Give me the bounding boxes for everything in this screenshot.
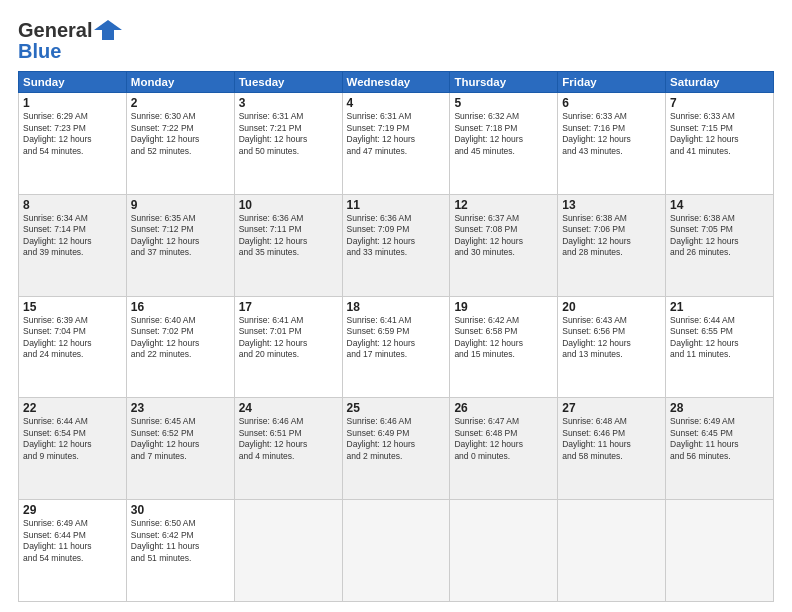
day-info: Sunrise: 6:48 AMSunset: 6:46 PMDaylight:… — [562, 416, 661, 462]
day-number: 11 — [347, 198, 446, 212]
day-info: Sunrise: 6:29 AMSunset: 7:23 PMDaylight:… — [23, 111, 122, 157]
day-cell: 19Sunrise: 6:42 AMSunset: 6:58 PMDayligh… — [450, 296, 558, 398]
day-info: Sunrise: 6:36 AMSunset: 7:11 PMDaylight:… — [239, 213, 338, 259]
logo-general: General — [18, 19, 92, 42]
day-cell: 2Sunrise: 6:30 AMSunset: 7:22 PMDaylight… — [126, 93, 234, 195]
week-row-5: 29Sunrise: 6:49 AMSunset: 6:44 PMDayligh… — [19, 500, 774, 602]
day-info: Sunrise: 6:46 AMSunset: 6:49 PMDaylight:… — [347, 416, 446, 462]
day-number: 2 — [131, 96, 230, 110]
day-number: 14 — [670, 198, 769, 212]
day-info: Sunrise: 6:38 AMSunset: 7:05 PMDaylight:… — [670, 213, 769, 259]
day-cell: 22Sunrise: 6:44 AMSunset: 6:54 PMDayligh… — [19, 398, 127, 500]
week-row-4: 22Sunrise: 6:44 AMSunset: 6:54 PMDayligh… — [19, 398, 774, 500]
day-number: 6 — [562, 96, 661, 110]
day-cell: 16Sunrise: 6:40 AMSunset: 7:02 PMDayligh… — [126, 296, 234, 398]
day-number: 20 — [562, 300, 661, 314]
logo-bird-icon — [94, 16, 122, 44]
day-cell: 17Sunrise: 6:41 AMSunset: 7:01 PMDayligh… — [234, 296, 342, 398]
day-info: Sunrise: 6:49 AMSunset: 6:45 PMDaylight:… — [670, 416, 769, 462]
day-info: Sunrise: 6:47 AMSunset: 6:48 PMDaylight:… — [454, 416, 553, 462]
calendar-table: SundayMondayTuesdayWednesdayThursdayFrid… — [18, 71, 774, 602]
day-cell — [234, 500, 342, 602]
day-info: Sunrise: 6:45 AMSunset: 6:52 PMDaylight:… — [131, 416, 230, 462]
day-cell: 18Sunrise: 6:41 AMSunset: 6:59 PMDayligh… — [342, 296, 450, 398]
day-info: Sunrise: 6:42 AMSunset: 6:58 PMDaylight:… — [454, 315, 553, 361]
day-number: 26 — [454, 401, 553, 415]
logo: General Blue — [18, 16, 122, 63]
weekday-sunday: Sunday — [19, 72, 127, 93]
weekday-tuesday: Tuesday — [234, 72, 342, 93]
day-info: Sunrise: 6:37 AMSunset: 7:08 PMDaylight:… — [454, 213, 553, 259]
day-cell: 29Sunrise: 6:49 AMSunset: 6:44 PMDayligh… — [19, 500, 127, 602]
day-cell: 4Sunrise: 6:31 AMSunset: 7:19 PMDaylight… — [342, 93, 450, 195]
weekday-friday: Friday — [558, 72, 666, 93]
day-cell: 21Sunrise: 6:44 AMSunset: 6:55 PMDayligh… — [666, 296, 774, 398]
day-info: Sunrise: 6:49 AMSunset: 6:44 PMDaylight:… — [23, 518, 122, 564]
day-number: 1 — [23, 96, 122, 110]
day-info: Sunrise: 6:33 AMSunset: 7:15 PMDaylight:… — [670, 111, 769, 157]
day-number: 22 — [23, 401, 122, 415]
day-info: Sunrise: 6:41 AMSunset: 6:59 PMDaylight:… — [347, 315, 446, 361]
day-number: 18 — [347, 300, 446, 314]
day-cell — [342, 500, 450, 602]
day-number: 23 — [131, 401, 230, 415]
day-info: Sunrise: 6:44 AMSunset: 6:54 PMDaylight:… — [23, 416, 122, 462]
day-cell: 3Sunrise: 6:31 AMSunset: 7:21 PMDaylight… — [234, 93, 342, 195]
day-info: Sunrise: 6:44 AMSunset: 6:55 PMDaylight:… — [670, 315, 769, 361]
day-info: Sunrise: 6:32 AMSunset: 7:18 PMDaylight:… — [454, 111, 553, 157]
day-number: 28 — [670, 401, 769, 415]
weekday-header-row: SundayMondayTuesdayWednesdayThursdayFrid… — [19, 72, 774, 93]
day-info: Sunrise: 6:33 AMSunset: 7:16 PMDaylight:… — [562, 111, 661, 157]
weekday-thursday: Thursday — [450, 72, 558, 93]
week-row-3: 15Sunrise: 6:39 AMSunset: 7:04 PMDayligh… — [19, 296, 774, 398]
weekday-wednesday: Wednesday — [342, 72, 450, 93]
day-cell: 10Sunrise: 6:36 AMSunset: 7:11 PMDayligh… — [234, 194, 342, 296]
day-number: 29 — [23, 503, 122, 517]
day-number: 17 — [239, 300, 338, 314]
day-cell: 1Sunrise: 6:29 AMSunset: 7:23 PMDaylight… — [19, 93, 127, 195]
day-info: Sunrise: 6:30 AMSunset: 7:22 PMDaylight:… — [131, 111, 230, 157]
day-cell: 8Sunrise: 6:34 AMSunset: 7:14 PMDaylight… — [19, 194, 127, 296]
day-cell — [450, 500, 558, 602]
svg-marker-0 — [94, 20, 122, 40]
day-cell: 14Sunrise: 6:38 AMSunset: 7:05 PMDayligh… — [666, 194, 774, 296]
weekday-saturday: Saturday — [666, 72, 774, 93]
day-info: Sunrise: 6:38 AMSunset: 7:06 PMDaylight:… — [562, 213, 661, 259]
day-info: Sunrise: 6:40 AMSunset: 7:02 PMDaylight:… — [131, 315, 230, 361]
header: General Blue — [18, 16, 774, 63]
day-info: Sunrise: 6:43 AMSunset: 6:56 PMDaylight:… — [562, 315, 661, 361]
day-info: Sunrise: 6:39 AMSunset: 7:04 PMDaylight:… — [23, 315, 122, 361]
day-number: 30 — [131, 503, 230, 517]
day-info: Sunrise: 6:36 AMSunset: 7:09 PMDaylight:… — [347, 213, 446, 259]
day-cell: 7Sunrise: 6:33 AMSunset: 7:15 PMDaylight… — [666, 93, 774, 195]
day-number: 25 — [347, 401, 446, 415]
day-number: 8 — [23, 198, 122, 212]
day-cell: 28Sunrise: 6:49 AMSunset: 6:45 PMDayligh… — [666, 398, 774, 500]
day-info: Sunrise: 6:31 AMSunset: 7:21 PMDaylight:… — [239, 111, 338, 157]
day-number: 15 — [23, 300, 122, 314]
day-cell: 6Sunrise: 6:33 AMSunset: 7:16 PMDaylight… — [558, 93, 666, 195]
day-number: 9 — [131, 198, 230, 212]
day-number: 24 — [239, 401, 338, 415]
day-info: Sunrise: 6:31 AMSunset: 7:19 PMDaylight:… — [347, 111, 446, 157]
day-cell: 15Sunrise: 6:39 AMSunset: 7:04 PMDayligh… — [19, 296, 127, 398]
day-cell: 9Sunrise: 6:35 AMSunset: 7:12 PMDaylight… — [126, 194, 234, 296]
day-info: Sunrise: 6:50 AMSunset: 6:42 PMDaylight:… — [131, 518, 230, 564]
day-cell: 27Sunrise: 6:48 AMSunset: 6:46 PMDayligh… — [558, 398, 666, 500]
day-number: 27 — [562, 401, 661, 415]
day-info: Sunrise: 6:34 AMSunset: 7:14 PMDaylight:… — [23, 213, 122, 259]
day-info: Sunrise: 6:35 AMSunset: 7:12 PMDaylight:… — [131, 213, 230, 259]
weekday-monday: Monday — [126, 72, 234, 93]
day-cell: 20Sunrise: 6:43 AMSunset: 6:56 PMDayligh… — [558, 296, 666, 398]
day-cell — [558, 500, 666, 602]
day-cell: 23Sunrise: 6:45 AMSunset: 6:52 PMDayligh… — [126, 398, 234, 500]
day-cell: 11Sunrise: 6:36 AMSunset: 7:09 PMDayligh… — [342, 194, 450, 296]
day-number: 19 — [454, 300, 553, 314]
day-cell: 25Sunrise: 6:46 AMSunset: 6:49 PMDayligh… — [342, 398, 450, 500]
day-info: Sunrise: 6:46 AMSunset: 6:51 PMDaylight:… — [239, 416, 338, 462]
day-cell: 13Sunrise: 6:38 AMSunset: 7:06 PMDayligh… — [558, 194, 666, 296]
week-row-2: 8Sunrise: 6:34 AMSunset: 7:14 PMDaylight… — [19, 194, 774, 296]
day-cell: 30Sunrise: 6:50 AMSunset: 6:42 PMDayligh… — [126, 500, 234, 602]
day-number: 16 — [131, 300, 230, 314]
day-number: 3 — [239, 96, 338, 110]
